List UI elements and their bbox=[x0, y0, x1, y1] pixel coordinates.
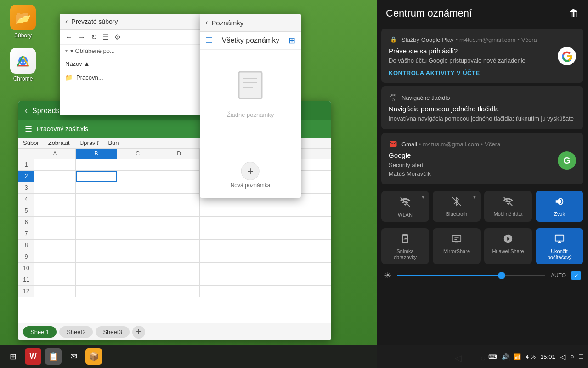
cell-B9[interactable] bbox=[76, 251, 117, 262]
cell-C3[interactable] bbox=[117, 182, 158, 193]
col-header-C[interactable]: C bbox=[117, 149, 158, 159]
taskbar-multitask-button[interactable]: ⊞ bbox=[5, 348, 21, 365]
taskbar-wps-button[interactable]: W bbox=[25, 348, 41, 365]
cell-B7[interactable] bbox=[76, 228, 117, 239]
cell-B5[interactable] bbox=[76, 205, 117, 216]
cell-A3[interactable] bbox=[34, 182, 76, 193]
cell-B3[interactable] bbox=[76, 182, 117, 193]
qs-wlan[interactable]: ▼ WLAN bbox=[381, 191, 429, 222]
notif-card-nav-button[interactable]: Navigačné tlačidlo Navigácia pomocou jed… bbox=[381, 86, 583, 129]
qs-sound[interactable]: Zvuk bbox=[536, 191, 583, 222]
cell-D9[interactable] bbox=[158, 251, 200, 262]
cell-B10[interactable] bbox=[76, 263, 117, 274]
spreadsheet-back-button[interactable]: ‹ bbox=[25, 106, 28, 115]
notes-grid-button[interactable]: ⊞ bbox=[288, 35, 295, 46]
cell-C4[interactable] bbox=[117, 194, 158, 205]
google-play-action[interactable]: KONTROLA AKTIVITY V ÚČTE bbox=[389, 69, 558, 76]
notif-card-gmail[interactable]: Gmail • m4tus.m@gmail.com • Včera Google… bbox=[381, 133, 583, 184]
cell-C12[interactable] bbox=[117, 286, 158, 297]
cell-B8[interactable] bbox=[76, 240, 117, 251]
taskbar-home-button[interactable]: ○ bbox=[570, 352, 575, 361]
cell-D5[interactable] bbox=[158, 205, 200, 216]
cell-C7[interactable] bbox=[117, 228, 158, 239]
cell-C10[interactable] bbox=[117, 263, 158, 274]
brightness-auto-checkbox[interactable]: ✓ bbox=[571, 271, 581, 280]
taskbar-recent-button[interactable]: □ bbox=[579, 352, 583, 361]
cell-C9[interactable] bbox=[117, 251, 158, 262]
files-back-button[interactable]: ‹ bbox=[65, 17, 68, 26]
col-header-B[interactable]: B bbox=[76, 149, 117, 159]
qs-screenshot[interactable]: Snímka obrazovky bbox=[381, 228, 429, 264]
taskbar-clipboard-button[interactable]: 📋 bbox=[45, 348, 62, 365]
cell-C1[interactable] bbox=[117, 159, 158, 170]
cell-C5[interactable] bbox=[117, 205, 158, 216]
cell-A4[interactable] bbox=[34, 194, 76, 205]
col-header-D[interactable]: D bbox=[158, 149, 200, 159]
cell-C2[interactable] bbox=[117, 171, 158, 182]
cell-A2[interactable] bbox=[34, 171, 76, 182]
taskbar-keyboard-icon[interactable]: ⌨ bbox=[488, 353, 497, 360]
taskbar-files-button[interactable]: 📦 bbox=[85, 348, 102, 365]
cell-D2[interactable] bbox=[158, 171, 200, 182]
cell-D10[interactable] bbox=[158, 263, 200, 274]
qs-bluetooth[interactable]: ▼ Bluetooth bbox=[433, 191, 481, 222]
notes-add-button[interactable]: + Nová poznámka bbox=[231, 162, 271, 189]
cell-D7[interactable] bbox=[158, 228, 200, 239]
files-desktop-icon[interactable]: 📂 Súbory bbox=[5, 5, 41, 39]
cell-D6[interactable] bbox=[158, 217, 200, 228]
cell-D8[interactable] bbox=[158, 240, 200, 251]
cell-A6[interactable] bbox=[34, 217, 76, 228]
cell-B1[interactable] bbox=[76, 159, 117, 170]
files-list-view[interactable]: ☰ bbox=[102, 33, 109, 41]
menu-edit[interactable]: Upraviť bbox=[75, 138, 103, 148]
qs-pc-mode[interactable]: Ukončiť počítačový bbox=[536, 228, 583, 264]
qs-mirrorshare[interactable]: MirrorShare bbox=[433, 228, 481, 264]
notif-card-google-play[interactable]: 🔒 Služby Google Play • m4tus.m@gmail.com… bbox=[381, 29, 583, 83]
sheet-add-button[interactable]: + bbox=[132, 326, 145, 339]
notes-back-button[interactable]: ‹ bbox=[205, 18, 208, 27]
qs-mobile-data[interactable]: Mobilné dáta bbox=[484, 191, 532, 222]
cell-D12[interactable] bbox=[158, 286, 200, 297]
brightness-slider[interactable] bbox=[397, 275, 545, 276]
cell-A10[interactable] bbox=[34, 263, 76, 274]
files-folder-item[interactable]: 📁 Pracovn... bbox=[60, 70, 202, 85]
cell-A5[interactable] bbox=[34, 205, 76, 216]
notes-menu-button[interactable]: ☰ bbox=[205, 35, 213, 46]
files-nav-back[interactable]: ← bbox=[65, 33, 73, 41]
cell-A1[interactable] bbox=[34, 159, 76, 170]
files-settings[interactable]: ⚙ bbox=[114, 33, 121, 41]
cell-B4[interactable] bbox=[76, 194, 117, 205]
files-refresh[interactable]: ↻ bbox=[91, 33, 97, 41]
menu-view[interactable]: Zobraziť bbox=[44, 138, 75, 148]
cell-C11[interactable] bbox=[117, 274, 158, 285]
taskbar-volume-icon[interactable]: 🔊 bbox=[502, 353, 509, 360]
files-nav-forward[interactable]: → bbox=[78, 33, 85, 41]
cell-D3[interactable] bbox=[158, 182, 200, 193]
cell-A11[interactable] bbox=[34, 274, 76, 285]
taskbar-mail-button[interactable]: ✉ bbox=[65, 348, 82, 365]
cell-B2[interactable] bbox=[76, 171, 117, 182]
cell-A9[interactable] bbox=[34, 251, 76, 262]
files-favorites[interactable]: ▾ ▾ Obľúbené po... bbox=[60, 45, 202, 58]
taskbar-back-button[interactable]: ◁ bbox=[560, 352, 565, 361]
menu-file[interactable]: Súbor bbox=[18, 138, 44, 148]
sheet-tab-3[interactable]: Sheet3 bbox=[96, 326, 129, 338]
col-header-A[interactable]: A bbox=[34, 149, 76, 159]
notif-delete-button[interactable]: 🗑 bbox=[569, 7, 579, 19]
cell-D11[interactable] bbox=[158, 274, 200, 285]
cell-D4[interactable] bbox=[158, 194, 200, 205]
sheet-tab-1[interactable]: Sheet1 bbox=[23, 326, 57, 338]
cell-A8[interactable] bbox=[34, 240, 76, 251]
chrome-desktop-icon[interactable]: Chrome bbox=[5, 48, 41, 82]
cell-A7[interactable] bbox=[34, 228, 76, 239]
cell-C8[interactable] bbox=[117, 240, 158, 251]
qs-huawei-share[interactable]: Huawei Share bbox=[484, 228, 532, 264]
cell-B6[interactable] bbox=[76, 217, 117, 228]
menu-cell[interactable]: Bun bbox=[103, 138, 123, 148]
cell-A12[interactable] bbox=[34, 286, 76, 297]
cell-B11[interactable] bbox=[76, 274, 117, 285]
sheet-tab-2[interactable]: Sheet2 bbox=[59, 326, 93, 338]
cell-B12[interactable] bbox=[76, 286, 117, 297]
cell-D1[interactable] bbox=[158, 159, 200, 170]
cell-C6[interactable] bbox=[117, 217, 158, 228]
